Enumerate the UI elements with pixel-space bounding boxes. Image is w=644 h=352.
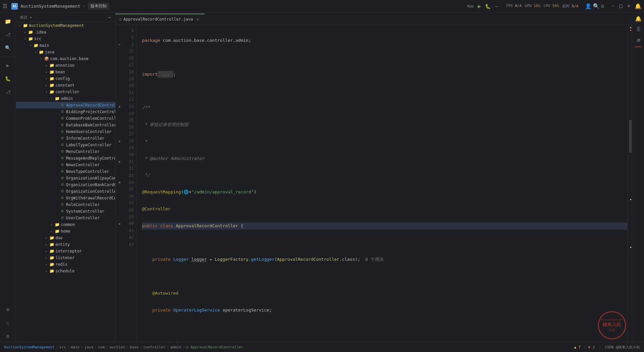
close-button[interactable]: × (625, 3, 632, 10)
tree-item-interceptor[interactable]: ▸ 📁 interceptor (16, 248, 115, 254)
tree-item-role-ctrl[interactable]: © RoleController (16, 201, 115, 208)
watermark-line2: 猿来入此 (603, 321, 621, 328)
tree-item-menu-ctrl[interactable]: © MenuController (16, 148, 115, 155)
folder-icon-annotion: 📁 (49, 63, 54, 68)
expand-icon-admin: ▾ (49, 96, 54, 101)
ln-37: 37 (127, 200, 134, 207)
tree-item-config[interactable]: ▸ 📁 config (16, 75, 115, 82)
tree-item-msg-reply-ctrl[interactable]: © MessageAndReplyController (16, 155, 115, 162)
tree-item-system-ctrl[interactable]: © SystemController (16, 208, 115, 215)
tree-item-label-common-problem: CommonProblemController (66, 116, 115, 121)
more-button[interactable]: ⋯ (494, 3, 500, 9)
status-errors: ✖ 2 (588, 345, 595, 349)
topbar-icon-settings[interactable]: ⚙ (601, 3, 604, 9)
sidebar-icon-git[interactable]: ⎇ (2, 86, 14, 98)
tree-item-label-system: SystemController (66, 209, 105, 214)
code-content[interactable]: package com.auction.base.controller.admi… (137, 25, 627, 342)
tree-item-label-schedule: schedule (55, 269, 75, 273)
tree-item-redis[interactable]: ▸ 📁 redis (16, 261, 115, 268)
title-bar: ☰ AS AuctionSystemManagement › 版本控制 App … (0, 0, 644, 13)
tree-item-label-entity: entity (55, 242, 70, 247)
sidebar-icon-run[interactable]: ▶ (2, 59, 14, 71)
tree-item-orgwithdraw-ctrl[interactable]: © OrgWithdrawalRecordContr... (16, 195, 115, 201)
tree-item-src[interactable]: ▾ 📁 src (16, 35, 115, 42)
tree-item-home-users-ctrl[interactable]: © HomeUsersController (16, 128, 115, 135)
tree-item-java[interactable]: ▾ 📁 java (16, 49, 115, 55)
gutter-line-18 (115, 69, 123, 76)
maximize-button[interactable]: □ (617, 3, 624, 10)
tree-root[interactable]: ▾ 📁 AuctionSystemManagement (16, 22, 115, 29)
code-line-29 (142, 324, 627, 331)
tree-item-entity[interactable]: ▸ 📁 entity (16, 241, 115, 248)
sidebar-icon-project[interactable]: 📁 (2, 15, 14, 27)
right-panel-icon-m[interactable]: m (634, 35, 643, 44)
tree-item-label-type-ctrl[interactable]: © LabelTypeController (16, 142, 115, 148)
error-marker-1 (630, 30, 631, 31)
minimize-button[interactable]: － (609, 3, 616, 10)
tree-item-label-com: com.auction.base (50, 56, 89, 61)
scrollbar-area[interactable] (627, 25, 632, 342)
warning-marker-2 (630, 199, 631, 200)
tree-item-approval-record-ctrl[interactable]: © ApprovalRecordController (16, 102, 115, 108)
scroll-thumb[interactable] (629, 120, 632, 153)
tree-item-label-orgbankcard: OrganizationBankCardControl... (66, 182, 115, 187)
tree-item-news-ctrl[interactable]: © NewsController (16, 162, 115, 168)
tree-item-annotion[interactable]: ▸ 📁 annotion (16, 62, 115, 69)
folder-icon-idea: 📁 (28, 30, 33, 35)
run-button[interactable]: ▶ (476, 3, 482, 9)
tree-item-listener[interactable]: ▸ 📁 listener (16, 254, 115, 261)
version-control[interactable]: 版本控制 (88, 3, 109, 10)
right-panel-icon-db[interactable]: 🗄 (634, 25, 643, 34)
topbar-icon-profile[interactable]: 👤 (585, 3, 592, 9)
topbar-icon-search[interactable]: 🔍 (593, 3, 600, 9)
gutter-line-26 (115, 124, 123, 131)
tree-item-label-inform: InformController (66, 136, 105, 141)
tree-item-org-alipay-ctrl[interactable]: © OrganizationAlipayController (16, 175, 115, 181)
tree-item-schedule[interactable]: ▸ 📁 schedule (16, 268, 115, 274)
menu-icon[interactable]: ☰ (3, 3, 7, 9)
tree-item-bean[interactable]: ▸ 📁 bean (16, 69, 115, 75)
folder-icon-listener: 📁 (49, 255, 54, 260)
tree-item-bidding-ctrl[interactable]: © BiddingProjectController (16, 108, 115, 115)
notifications-icon[interactable]: 🔔 (635, 3, 641, 9)
sidebar-icon-problems[interactable]: ⚠ (2, 317, 14, 329)
tree-item-controller[interactable]: ▾ 📁 controller (16, 89, 115, 95)
sidebar-icon-settings[interactable]: ⚙ (2, 330, 14, 342)
tree-item-constant[interactable]: ▸ 📁 constant (16, 82, 115, 89)
sidebar-icon-find[interactable]: 🔍 (2, 42, 14, 54)
tree-item-common[interactable]: ▸ 📁 common (16, 221, 115, 228)
warning-marker-3 (630, 247, 631, 248)
tree-item-admin[interactable]: ▾ 📁 admin (16, 95, 115, 102)
tree-item-common-problem-ctrl[interactable]: © CommonProblemController (16, 115, 115, 122)
right-panel-icon-notifications[interactable]: 🔔 (634, 14, 643, 23)
tree-item-org-ctrl[interactable]: © OrganizationController (16, 188, 115, 195)
debug-button[interactable]: 🐛 (485, 3, 491, 9)
tree-item-home[interactable]: ▸ 📁 home (16, 228, 115, 235)
sidebar-icon-vcs[interactable]: ⎇ (2, 29, 14, 40)
code-line-17: * 审批记录管理控制层 (142, 121, 627, 128)
tree-item-idea[interactable]: ▸ 📁 .idea (16, 29, 115, 35)
tree-item-org-bankcard-ctrl[interactable]: © OrganizationBankCardControl... (16, 181, 115, 188)
ln-36: 36 (127, 193, 134, 200)
tree-header-icon[interactable]: ⋯ (108, 15, 111, 20)
sidebar-icon-debug[interactable]: 🐛 (2, 73, 14, 85)
tree-item-dao[interactable]: ▸ 📁 dao (16, 235, 115, 241)
tab-close-button[interactable]: × (195, 17, 200, 22)
tree-item-label-annotion: annotion (55, 63, 75, 68)
app-label[interactable]: App (467, 4, 474, 8)
gutter-line-30 (115, 151, 123, 158)
tree-item-inform-ctrl[interactable]: © InformController (16, 135, 115, 142)
tree-item-label-java: java (45, 50, 54, 54)
tree-item-com-auction-base[interactable]: ▾ 📦 com.auction.base (16, 55, 115, 62)
tree-item-main[interactable]: ▾ 📁 main (16, 42, 115, 49)
tab-approval-controller[interactable]: © ApprovalRecordController.java × (115, 14, 205, 24)
file-icon-label-type: © (60, 142, 65, 148)
sidebar-icon-terminal[interactable]: ⊞ (2, 304, 14, 316)
tree-item-user-ctrl[interactable]: © UserController (16, 215, 115, 221)
tree-item-db-bak-ctrl[interactable]: © DatabaseBakController (16, 122, 115, 128)
ln-30: 30 (127, 151, 134, 158)
tree-item-news-type-ctrl[interactable]: © NewsTypeController (16, 168, 115, 175)
breadcrumb-com: com (98, 345, 105, 349)
gutter-collapse-import[interactable]: ▸ (115, 41, 123, 48)
ln-28: 28 (127, 138, 134, 145)
